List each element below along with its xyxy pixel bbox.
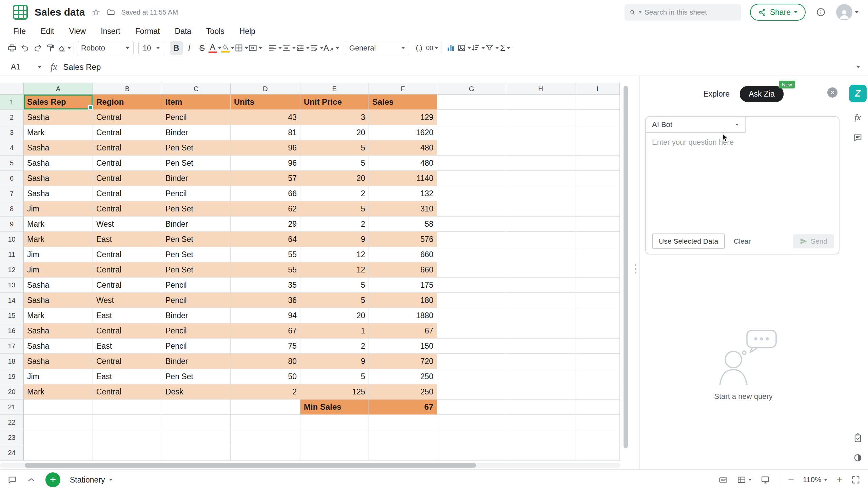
cell-D11[interactable]: 55	[231, 247, 300, 262]
row-header-2[interactable]: 2	[0, 110, 24, 125]
cell-F12[interactable]: 660	[369, 262, 437, 278]
keyboard-shortcuts-icon[interactable]	[718, 475, 728, 485]
cell-B18[interactable]: Central	[93, 354, 162, 369]
cell-I23[interactable]	[575, 430, 620, 445]
menu-data[interactable]: Data	[175, 27, 192, 36]
cell-F6[interactable]: 1140	[369, 171, 437, 186]
cell-I20[interactable]	[575, 384, 620, 400]
cell-E15[interactable]: 20	[300, 308, 369, 323]
strikethrough-button[interactable]: S	[196, 41, 209, 55]
cell-G19[interactable]	[437, 369, 506, 384]
cell-I17[interactable]	[575, 339, 620, 354]
document-title[interactable]: Sales data	[35, 6, 85, 18]
cell-H2[interactable]	[506, 110, 575, 125]
cell-G9[interactable]	[437, 217, 506, 232]
font-family-select[interactable]: Roboto	[77, 41, 134, 55]
add-sheet-button[interactable]: +	[45, 472, 60, 487]
cell-D12[interactable]: 55	[231, 262, 300, 278]
cell-F3[interactable]: 1620	[369, 125, 437, 140]
sheet-search[interactable]	[625, 4, 741, 21]
cell-A21[interactable]	[24, 400, 93, 415]
cell-E20[interactable]: 125	[300, 384, 369, 400]
cell-I18[interactable]	[575, 354, 620, 369]
cell-G24[interactable]	[437, 445, 506, 461]
cell-E9[interactable]: 2	[300, 217, 369, 232]
column-header-I[interactable]: I	[575, 83, 620, 95]
fill-color-caret[interactable]	[231, 47, 234, 49]
format-painter-button[interactable]	[44, 41, 57, 55]
theme-toggle-icon[interactable]	[853, 453, 863, 463]
formula-bar-expand-caret[interactable]	[856, 66, 860, 68]
row-header-24[interactable]: 24	[0, 445, 24, 461]
tab-explore[interactable]: Explore	[703, 89, 730, 99]
cell-E5[interactable]: 5	[300, 156, 369, 171]
merge-cells-button[interactable]	[248, 41, 262, 55]
favorite-star-icon[interactable]: ☆	[92, 7, 100, 18]
cell-A15[interactable]: Mark	[24, 308, 93, 323]
cell-G4[interactable]	[437, 140, 506, 156]
cell-C24[interactable]	[162, 445, 231, 461]
cell-C1[interactable]: Item	[162, 95, 231, 110]
filter-button[interactable]	[485, 41, 499, 55]
indent-button[interactable]	[296, 41, 310, 55]
menu-view[interactable]: View	[69, 27, 86, 36]
zia-assistant-icon[interactable]: Z	[849, 85, 867, 102]
cell-E8[interactable]: 5	[300, 201, 369, 217]
menu-file[interactable]: File	[13, 27, 26, 36]
cell-B24[interactable]	[93, 445, 162, 461]
fill-color-button[interactable]	[221, 41, 234, 55]
cell-I3[interactable]	[575, 125, 620, 140]
cell-I16[interactable]	[575, 323, 620, 339]
question-input[interactable]	[652, 138, 833, 209]
cell-C19[interactable]: Pen Set	[162, 369, 231, 384]
cell-H22[interactable]	[506, 415, 575, 430]
cell-G5[interactable]	[437, 156, 506, 171]
cell-B19[interactable]: East	[93, 369, 162, 384]
cell-A13[interactable]: Sasha	[24, 278, 93, 293]
cell-I24[interactable]	[575, 445, 620, 461]
insert-image-button[interactable]	[457, 41, 471, 55]
cell-C15[interactable]: Binder	[162, 308, 231, 323]
row-header-11[interactable]: 11	[0, 247, 24, 262]
cell-G7[interactable]	[437, 186, 506, 201]
cell-F15[interactable]: 1880	[369, 308, 437, 323]
cell-C17[interactable]: Pencil	[162, 339, 231, 354]
cell-H1[interactable]	[506, 95, 575, 110]
cell-F4[interactable]: 480	[369, 140, 437, 156]
cell-H19[interactable]	[506, 369, 575, 384]
cell-G14[interactable]	[437, 293, 506, 308]
cell-D15[interactable]: 94	[231, 308, 300, 323]
cell-B4[interactable]: Central	[93, 140, 162, 156]
cell-E4[interactable]: 5	[300, 140, 369, 156]
cell-I4[interactable]	[575, 140, 620, 156]
cell-F24[interactable]	[369, 445, 437, 461]
clear-link[interactable]: Clear	[734, 237, 751, 245]
column-header-F[interactable]: F	[369, 83, 437, 95]
cell-C14[interactable]: Pencil	[162, 293, 231, 308]
clear-format-caret[interactable]	[67, 47, 71, 49]
folder-icon[interactable]	[106, 8, 115, 17]
cell-C23[interactable]	[162, 430, 231, 445]
cell-G13[interactable]	[437, 278, 506, 293]
cell-A5[interactable]: Sasha	[24, 156, 93, 171]
cell-I2[interactable]	[575, 110, 620, 125]
cell-F11[interactable]: 660	[369, 247, 437, 262]
row-header-18[interactable]: 18	[0, 354, 24, 369]
cell-F20[interactable]: 250	[369, 384, 437, 400]
row-header-3[interactable]: 3	[0, 125, 24, 140]
print-button[interactable]	[5, 41, 18, 55]
cell-I14[interactable]	[575, 293, 620, 308]
cell-I9[interactable]	[575, 217, 620, 232]
close-panel-icon[interactable]: ✕	[827, 87, 837, 98]
cell-C10[interactable]: Pen Set	[162, 232, 231, 247]
row-header-14[interactable]: 14	[0, 293, 24, 308]
vertical-align-button[interactable]	[282, 41, 296, 55]
sum-button[interactable]: Σ	[499, 41, 512, 55]
cell-F19[interactable]: 250	[369, 369, 437, 384]
search-input[interactable]	[645, 8, 736, 16]
cell-E6[interactable]: 20	[300, 171, 369, 186]
cell-D22[interactable]	[231, 415, 300, 430]
cell-H7[interactable]	[506, 186, 575, 201]
undo-button[interactable]	[18, 41, 31, 55]
presentation-view-icon[interactable]	[761, 475, 770, 485]
